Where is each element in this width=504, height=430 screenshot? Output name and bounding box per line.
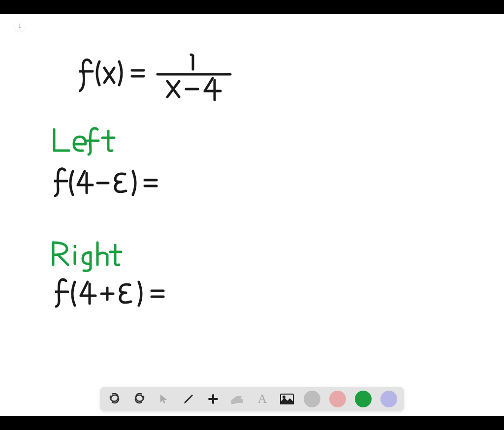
svg-point-2 [283, 396, 285, 398]
pencil-icon [183, 393, 194, 405]
handwriting-right-label [49, 240, 133, 272]
image-icon [280, 394, 294, 404]
pencil-button[interactable] [181, 391, 196, 407]
handwriting-right-expr [55, 277, 178, 311]
text-icon: A [258, 392, 267, 406]
drawing-toolbar: A [100, 387, 404, 411]
svg-rect-0 [232, 399, 243, 403]
handwriting-equation [79, 51, 246, 110]
text-button[interactable]: A [254, 391, 270, 407]
redo-button[interactable] [131, 391, 147, 407]
top-letterbox [0, 0, 504, 14]
whiteboard-canvas[interactable]: 1 [0, 14, 504, 416]
undo-button[interactable] [107, 391, 123, 407]
color-pink[interactable] [329, 391, 346, 407]
page-number-badge: 1 [14, 20, 26, 31]
image-button[interactable] [279, 391, 295, 407]
eraser-button[interactable] [230, 391, 246, 407]
redo-icon [133, 393, 145, 405]
color-lavender[interactable] [380, 391, 397, 407]
undo-icon [109, 393, 121, 405]
plus-icon [207, 393, 219, 405]
color-green[interactable] [355, 391, 372, 407]
handwriting-left-label [50, 127, 129, 156]
color-gray[interactable] [304, 391, 320, 407]
add-button[interactable] [205, 391, 221, 407]
page-number-text: 1 [18, 23, 21, 29]
eraser-icon [231, 394, 244, 404]
bottom-letterbox [0, 416, 504, 430]
cursor-icon [158, 394, 169, 404]
handwriting-left-expr [54, 166, 167, 201]
select-button[interactable] [156, 391, 172, 407]
